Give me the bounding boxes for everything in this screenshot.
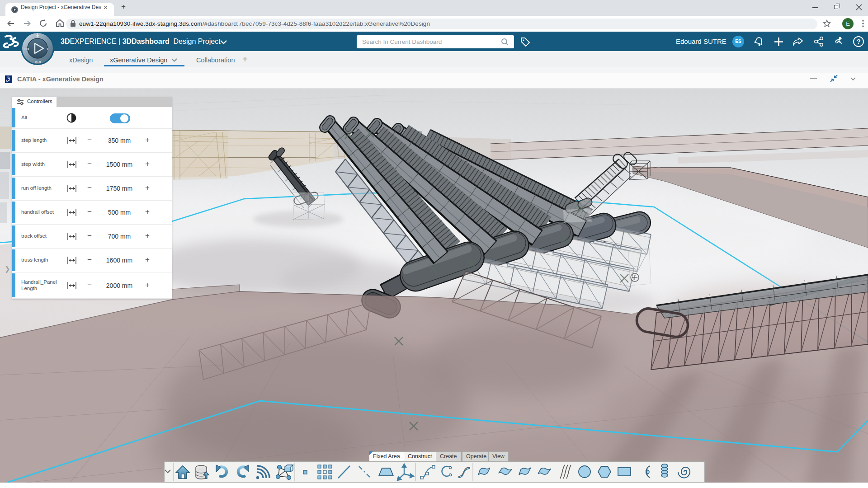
svg-text:i: i — [47, 47, 48, 51]
svg-text:?: ? — [857, 38, 861, 45]
svg-text:3D: 3D — [24, 47, 29, 51]
svg-text:V+R: V+R — [35, 61, 41, 64]
